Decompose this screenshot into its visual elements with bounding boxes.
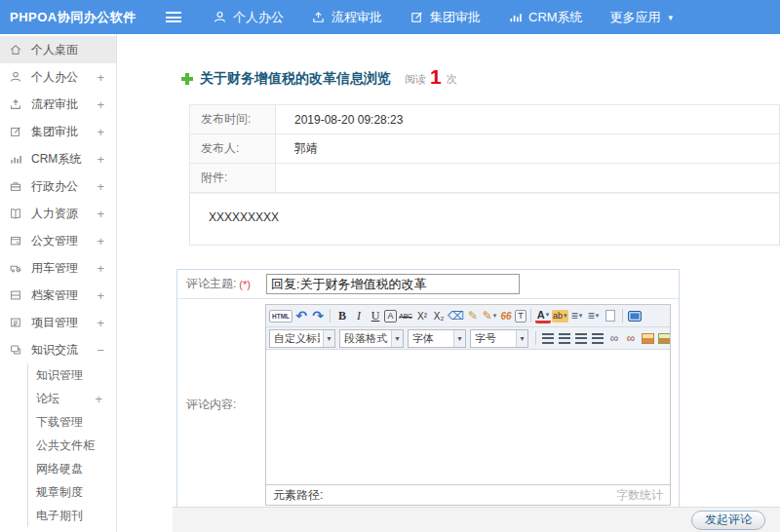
nav-crm-system[interactable]: CRM系统 bbox=[508, 9, 583, 26]
italic-button[interactable]: I bbox=[351, 307, 367, 324]
subject-label: 评论主题: bbox=[186, 276, 236, 292]
toolbar-separator bbox=[530, 309, 531, 323]
sidebar-item-process-approval[interactable]: 流程审批+ bbox=[0, 91, 116, 118]
sidebar-item-group-approval[interactable]: 集团审批+ bbox=[0, 118, 116, 145]
chevron-down-icon: ▾ bbox=[453, 330, 465, 347]
article-title-row: 关于财务增值税的改革信息浏览 阅读 1 次 bbox=[181, 67, 780, 91]
sidebar-subitem-e-journal[interactable]: 电子期刊 bbox=[28, 504, 116, 527]
collapse-minus-icon[interactable]: − bbox=[97, 343, 104, 358]
sidebar-item-label: 人力资源 bbox=[31, 206, 78, 222]
align-left-button[interactable] bbox=[540, 329, 556, 347]
sidebar-item-human-resources[interactable]: 人力资源+ bbox=[0, 200, 116, 227]
heading-select[interactable]: 自定义标题▾ bbox=[269, 329, 335, 348]
align-left-icon bbox=[542, 333, 554, 344]
submit-comment-button[interactable]: 发起评论 bbox=[691, 511, 765, 530]
expand-plus-icon[interactable]: + bbox=[97, 207, 104, 221]
highlight-color-button[interactable]: ab▾ bbox=[552, 310, 568, 323]
info-value: 郭靖 bbox=[276, 134, 779, 163]
align-right-button[interactable] bbox=[573, 329, 589, 347]
sidebar-item-crm-system[interactable]: CRM系统+ bbox=[0, 145, 116, 172]
expand-plus-icon[interactable]: + bbox=[97, 179, 104, 194]
ordered-list-button[interactable]: ≡▾ bbox=[569, 307, 585, 324]
align-justify-button[interactable] bbox=[590, 329, 605, 347]
sidebar-subitem-rules-regulations[interactable]: 规章制度 bbox=[28, 480, 116, 504]
sidebar-subitem-download-mgmt[interactable]: 下载管理 bbox=[28, 410, 116, 434]
sidebar-subitem-network-disk[interactable]: 网络硬盘 bbox=[28, 457, 116, 480]
paste-as-text-button[interactable]: T bbox=[515, 310, 526, 323]
sidebar-item-personal-desktop[interactable]: 个人桌面 bbox=[0, 36, 116, 63]
redo-button[interactable]: ↷ bbox=[310, 307, 326, 324]
unlink-icon bbox=[627, 331, 636, 345]
nav-more-apps[interactable]: 更多应用▾ bbox=[610, 9, 674, 26]
expand-plus-icon[interactable]: + bbox=[97, 97, 104, 112]
person-icon bbox=[9, 70, 22, 84]
sidebar-item-vehicle-mgmt[interactable]: 用车管理+ bbox=[0, 254, 116, 282]
expand-plus-icon[interactable]: + bbox=[97, 70, 104, 85]
select-label: 字号 bbox=[475, 331, 513, 346]
nav-personal-office[interactable]: 个人办公 bbox=[213, 9, 284, 26]
eraser-button[interactable]: ⌫ bbox=[448, 307, 464, 324]
align-center-button[interactable] bbox=[557, 329, 572, 347]
size-select[interactable]: 字号▾ bbox=[470, 329, 528, 348]
subject-input[interactable] bbox=[266, 274, 520, 294]
expand-plus-icon[interactable]: + bbox=[97, 125, 104, 139]
strikethrough-button[interactable]: ABC bbox=[398, 307, 413, 324]
home-icon bbox=[9, 43, 22, 57]
expand-plus-icon[interactable]: + bbox=[97, 152, 104, 167]
read-count: 1 bbox=[430, 65, 442, 89]
multi-image-button[interactable] bbox=[656, 329, 670, 347]
font-select[interactable]: 字体▾ bbox=[408, 329, 466, 348]
unlink-button[interactable] bbox=[623, 329, 639, 347]
nav-process-approval[interactable]: 流程审批 bbox=[311, 9, 382, 26]
blockquote-button[interactable]: 66 bbox=[498, 307, 514, 324]
new-document-button[interactable] bbox=[603, 307, 618, 324]
image-button[interactable] bbox=[640, 329, 655, 347]
nav-more-apps-label: 更多应用 bbox=[610, 9, 661, 26]
font-color-button[interactable]: A▾ bbox=[535, 309, 551, 323]
info-row: 发布人:郭靖 bbox=[190, 134, 779, 164]
html-source-button[interactable]: HTML bbox=[269, 310, 292, 323]
sidebar-item-knowledge-exchange[interactable]: 知识交流− bbox=[0, 336, 116, 363]
sidebar-item-admin-office[interactable]: 行政办公+ bbox=[0, 172, 116, 200]
expand-plus-icon[interactable]: + bbox=[97, 288, 104, 303]
chevron-down-icon: ▾ bbox=[564, 312, 567, 320]
nav-group-approval[interactable]: 集团审批 bbox=[410, 9, 481, 26]
expand-plus-icon[interactable]: + bbox=[97, 234, 104, 248]
sidebar-subitem-forum[interactable]: 论坛+ bbox=[28, 387, 116, 410]
sidebar-subitem-label: 电子期刊 bbox=[36, 508, 83, 524]
sidebar-item-project-mgmt[interactable]: 项目管理+ bbox=[0, 309, 116, 336]
sidebar-item-document-mgmt[interactable]: 公文管理+ bbox=[0, 227, 116, 254]
editor-body[interactable] bbox=[266, 350, 670, 484]
unordered-list-button[interactable]: ≡▾ bbox=[586, 307, 602, 324]
graffiti-pen-button[interactable]: ✎▾ bbox=[482, 307, 497, 324]
undo-button[interactable]: ↶ bbox=[293, 307, 309, 324]
paragraph-select[interactable]: 段落格式▾ bbox=[339, 329, 404, 348]
font-style-box-button[interactable]: A bbox=[384, 310, 397, 323]
superscript-button[interactable]: X² bbox=[414, 307, 430, 324]
sidebar-item-archive-mgmt[interactable]: 档案管理+ bbox=[0, 282, 116, 309]
link-icon bbox=[610, 331, 619, 345]
link-button[interactable] bbox=[606, 329, 622, 347]
content-label-cell: 评论内容: bbox=[177, 397, 265, 413]
editor-toolbar-row1: HTML↶↷BIUAABCX²X₂⌫✎✎▾66TA▾ab▾≡▾≡▾ bbox=[266, 305, 670, 327]
project-icon bbox=[9, 316, 22, 329]
sidebar: 个人桌面个人办公+流程审批+集团审批+CRM系统+行政办公+人力资源+公文管理+… bbox=[0, 34, 117, 532]
select-label: 段落格式 bbox=[344, 331, 388, 346]
image-icon bbox=[642, 333, 654, 344]
comment-form: 评论主题: (*) 评论内容: HTML↶↷BIUAABCX²X₂⌫✎✎▾66T… bbox=[176, 269, 680, 513]
sidebar-item-personal-office[interactable]: 个人办公+ bbox=[0, 63, 116, 91]
underline-button[interactable]: U bbox=[368, 307, 383, 324]
fullscreen-button[interactable] bbox=[627, 307, 643, 324]
expand-plus-icon[interactable]: + bbox=[97, 261, 104, 276]
car-icon bbox=[9, 261, 22, 275]
sidebar-subitem-knowledge-mgmt[interactable]: 知识管理 bbox=[28, 363, 116, 387]
menu-toggle-icon[interactable] bbox=[166, 12, 181, 22]
bold-button[interactable]: B bbox=[334, 307, 350, 324]
sidebar-subitem-public-file-cabinet[interactable]: 公共文件柜 bbox=[28, 434, 116, 457]
chevron-down-icon: ▾ bbox=[596, 312, 600, 320]
process-icon bbox=[311, 10, 326, 24]
expand-plus-icon[interactable]: + bbox=[95, 392, 102, 406]
format-brush-button[interactable]: ✎ bbox=[465, 307, 481, 324]
subscript-button[interactable]: X₂ bbox=[431, 307, 447, 324]
expand-plus-icon[interactable]: + bbox=[97, 316, 104, 330]
